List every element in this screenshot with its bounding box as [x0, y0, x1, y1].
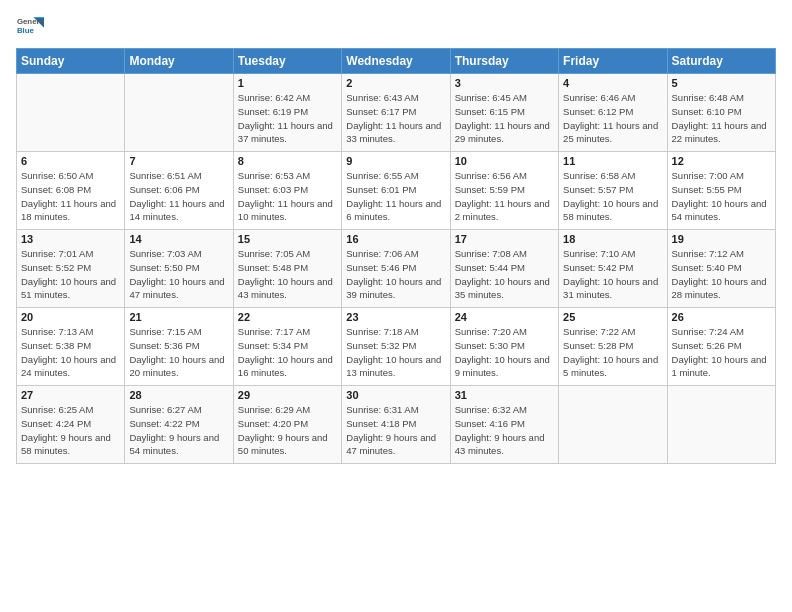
calendar-cell: 26Sunrise: 7:24 AM Sunset: 5:26 PM Dayli… — [667, 308, 775, 386]
day-number: 12 — [672, 155, 771, 167]
day-info: Sunrise: 6:51 AM Sunset: 6:06 PM Dayligh… — [129, 169, 228, 224]
day-number: 9 — [346, 155, 445, 167]
day-number: 22 — [238, 311, 337, 323]
day-number: 30 — [346, 389, 445, 401]
logo-icon: General Blue — [16, 12, 44, 40]
day-info: Sunrise: 7:10 AM Sunset: 5:42 PM Dayligh… — [563, 247, 662, 302]
week-row-5: 27Sunrise: 6:25 AM Sunset: 4:24 PM Dayli… — [17, 386, 776, 464]
day-number: 16 — [346, 233, 445, 245]
header-day-monday: Monday — [125, 49, 233, 74]
calendar-cell: 17Sunrise: 7:08 AM Sunset: 5:44 PM Dayli… — [450, 230, 558, 308]
calendar-cell: 11Sunrise: 6:58 AM Sunset: 5:57 PM Dayli… — [559, 152, 667, 230]
calendar-cell: 4Sunrise: 6:46 AM Sunset: 6:12 PM Daylig… — [559, 74, 667, 152]
header-row-days: SundayMondayTuesdayWednesdayThursdayFrid… — [17, 49, 776, 74]
week-row-3: 13Sunrise: 7:01 AM Sunset: 5:52 PM Dayli… — [17, 230, 776, 308]
day-number: 19 — [672, 233, 771, 245]
day-info: Sunrise: 6:53 AM Sunset: 6:03 PM Dayligh… — [238, 169, 337, 224]
day-info: Sunrise: 6:58 AM Sunset: 5:57 PM Dayligh… — [563, 169, 662, 224]
calendar-cell: 15Sunrise: 7:05 AM Sunset: 5:48 PM Dayli… — [233, 230, 341, 308]
day-info: Sunrise: 6:45 AM Sunset: 6:15 PM Dayligh… — [455, 91, 554, 146]
day-info: Sunrise: 6:55 AM Sunset: 6:01 PM Dayligh… — [346, 169, 445, 224]
svg-text:Blue: Blue — [17, 26, 35, 35]
calendar-cell — [559, 386, 667, 464]
day-info: Sunrise: 6:29 AM Sunset: 4:20 PM Dayligh… — [238, 403, 337, 458]
calendar-cell: 6Sunrise: 6:50 AM Sunset: 6:08 PM Daylig… — [17, 152, 125, 230]
day-info: Sunrise: 6:43 AM Sunset: 6:17 PM Dayligh… — [346, 91, 445, 146]
day-number: 10 — [455, 155, 554, 167]
calendar-cell: 29Sunrise: 6:29 AM Sunset: 4:20 PM Dayli… — [233, 386, 341, 464]
day-info: Sunrise: 7:03 AM Sunset: 5:50 PM Dayligh… — [129, 247, 228, 302]
day-info: Sunrise: 7:22 AM Sunset: 5:28 PM Dayligh… — [563, 325, 662, 380]
day-number: 13 — [21, 233, 120, 245]
calendar-cell: 7Sunrise: 6:51 AM Sunset: 6:06 PM Daylig… — [125, 152, 233, 230]
day-number: 14 — [129, 233, 228, 245]
day-number: 24 — [455, 311, 554, 323]
header-day-sunday: Sunday — [17, 49, 125, 74]
day-number: 11 — [563, 155, 662, 167]
calendar-cell: 10Sunrise: 6:56 AM Sunset: 5:59 PM Dayli… — [450, 152, 558, 230]
header-day-saturday: Saturday — [667, 49, 775, 74]
day-number: 28 — [129, 389, 228, 401]
day-number: 2 — [346, 77, 445, 89]
day-info: Sunrise: 7:00 AM Sunset: 5:55 PM Dayligh… — [672, 169, 771, 224]
day-info: Sunrise: 7:18 AM Sunset: 5:32 PM Dayligh… — [346, 325, 445, 380]
calendar-cell: 2Sunrise: 6:43 AM Sunset: 6:17 PM Daylig… — [342, 74, 450, 152]
week-row-1: 1Sunrise: 6:42 AM Sunset: 6:19 PM Daylig… — [17, 74, 776, 152]
calendar-cell: 24Sunrise: 7:20 AM Sunset: 5:30 PM Dayli… — [450, 308, 558, 386]
calendar-cell: 27Sunrise: 6:25 AM Sunset: 4:24 PM Dayli… — [17, 386, 125, 464]
day-info: Sunrise: 6:48 AM Sunset: 6:10 PM Dayligh… — [672, 91, 771, 146]
calendar-cell: 23Sunrise: 7:18 AM Sunset: 5:32 PM Dayli… — [342, 308, 450, 386]
day-info: Sunrise: 7:12 AM Sunset: 5:40 PM Dayligh… — [672, 247, 771, 302]
day-number: 20 — [21, 311, 120, 323]
calendar-cell: 18Sunrise: 7:10 AM Sunset: 5:42 PM Dayli… — [559, 230, 667, 308]
calendar-cell: 5Sunrise: 6:48 AM Sunset: 6:10 PM Daylig… — [667, 74, 775, 152]
day-number: 4 — [563, 77, 662, 89]
svg-text:General: General — [17, 17, 44, 26]
calendar-cell: 14Sunrise: 7:03 AM Sunset: 5:50 PM Dayli… — [125, 230, 233, 308]
day-info: Sunrise: 7:24 AM Sunset: 5:26 PM Dayligh… — [672, 325, 771, 380]
day-info: Sunrise: 6:50 AM Sunset: 6:08 PM Dayligh… — [21, 169, 120, 224]
header-day-wednesday: Wednesday — [342, 49, 450, 74]
logo: General Blue — [16, 12, 48, 40]
day-number: 8 — [238, 155, 337, 167]
calendar-cell — [667, 386, 775, 464]
day-info: Sunrise: 6:25 AM Sunset: 4:24 PM Dayligh… — [21, 403, 120, 458]
day-number: 7 — [129, 155, 228, 167]
calendar-table: SundayMondayTuesdayWednesdayThursdayFrid… — [16, 48, 776, 464]
calendar-cell: 30Sunrise: 6:31 AM Sunset: 4:18 PM Dayli… — [342, 386, 450, 464]
calendar-cell: 28Sunrise: 6:27 AM Sunset: 4:22 PM Dayli… — [125, 386, 233, 464]
header-day-friday: Friday — [559, 49, 667, 74]
calendar-cell: 8Sunrise: 6:53 AM Sunset: 6:03 PM Daylig… — [233, 152, 341, 230]
calendar-cell: 31Sunrise: 6:32 AM Sunset: 4:16 PM Dayli… — [450, 386, 558, 464]
day-info: Sunrise: 7:13 AM Sunset: 5:38 PM Dayligh… — [21, 325, 120, 380]
day-info: Sunrise: 7:20 AM Sunset: 5:30 PM Dayligh… — [455, 325, 554, 380]
day-number: 31 — [455, 389, 554, 401]
week-row-2: 6Sunrise: 6:50 AM Sunset: 6:08 PM Daylig… — [17, 152, 776, 230]
page-container: General Blue SundayMondayTuesdayWednesda… — [0, 0, 792, 472]
day-info: Sunrise: 6:42 AM Sunset: 6:19 PM Dayligh… — [238, 91, 337, 146]
calendar-cell: 21Sunrise: 7:15 AM Sunset: 5:36 PM Dayli… — [125, 308, 233, 386]
day-info: Sunrise: 7:17 AM Sunset: 5:34 PM Dayligh… — [238, 325, 337, 380]
header-row: General Blue — [16, 12, 776, 40]
day-number: 25 — [563, 311, 662, 323]
calendar-cell: 13Sunrise: 7:01 AM Sunset: 5:52 PM Dayli… — [17, 230, 125, 308]
day-number: 17 — [455, 233, 554, 245]
day-number: 27 — [21, 389, 120, 401]
calendar-cell — [17, 74, 125, 152]
calendar-cell: 16Sunrise: 7:06 AM Sunset: 5:46 PM Dayli… — [342, 230, 450, 308]
day-number: 6 — [21, 155, 120, 167]
day-number: 15 — [238, 233, 337, 245]
day-info: Sunrise: 7:01 AM Sunset: 5:52 PM Dayligh… — [21, 247, 120, 302]
calendar-cell: 1Sunrise: 6:42 AM Sunset: 6:19 PM Daylig… — [233, 74, 341, 152]
calendar-cell: 25Sunrise: 7:22 AM Sunset: 5:28 PM Dayli… — [559, 308, 667, 386]
header-day-tuesday: Tuesday — [233, 49, 341, 74]
day-info: Sunrise: 6:56 AM Sunset: 5:59 PM Dayligh… — [455, 169, 554, 224]
day-number: 1 — [238, 77, 337, 89]
week-row-4: 20Sunrise: 7:13 AM Sunset: 5:38 PM Dayli… — [17, 308, 776, 386]
calendar-cell: 12Sunrise: 7:00 AM Sunset: 5:55 PM Dayli… — [667, 152, 775, 230]
day-number: 5 — [672, 77, 771, 89]
day-number: 18 — [563, 233, 662, 245]
header-day-thursday: Thursday — [450, 49, 558, 74]
day-info: Sunrise: 7:08 AM Sunset: 5:44 PM Dayligh… — [455, 247, 554, 302]
day-info: Sunrise: 7:05 AM Sunset: 5:48 PM Dayligh… — [238, 247, 337, 302]
